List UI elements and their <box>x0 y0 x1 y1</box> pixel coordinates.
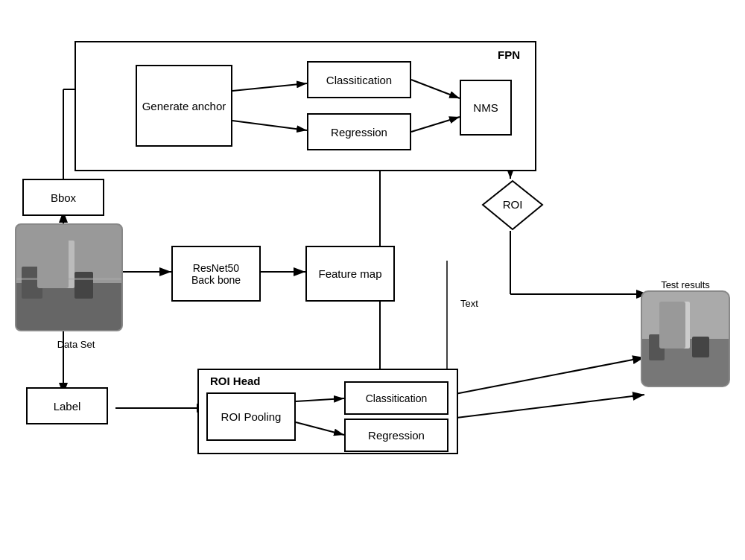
regression-bottom-box: Regression <box>344 419 448 452</box>
svg-line-25 <box>232 83 307 91</box>
feature-map-label: Feature map <box>318 267 381 280</box>
nms-label: NMS <box>473 101 498 114</box>
dataset-label: Data Set <box>31 339 121 350</box>
diagram-container: FPN Generate anchor Classitication Regre… <box>0 0 745 560</box>
roi-diamond-wrapper: ROI <box>479 177 546 236</box>
fpn-label: FPN <box>498 48 520 61</box>
resnet-box: ResNet50 Back bone <box>171 246 261 302</box>
svg-text:ROI: ROI <box>503 198 523 211</box>
roi-diamond-svg: ROI <box>479 177 546 233</box>
classification-bottom-box: Classitication <box>344 381 448 415</box>
svg-line-33 <box>296 422 344 435</box>
regression-bottom-label: Regression <box>368 429 425 442</box>
label-box: Label <box>26 387 108 424</box>
svg-line-32 <box>296 398 344 401</box>
test-results-label: Test results <box>637 279 734 290</box>
roi-head-container: ROI Head ROI Pooling Classitication Regr… <box>197 369 458 454</box>
resnet-label: ResNet50 Back bone <box>191 262 241 286</box>
label-box-label: Label <box>54 400 81 413</box>
roi-pooling-label: ROI Pooling <box>221 410 282 423</box>
regression-top-label: Regression <box>331 126 387 139</box>
test-result-scene <box>642 292 729 386</box>
classification-top-label: Classitication <box>326 74 392 86</box>
regression-top-box: Regression <box>307 113 411 150</box>
dataset-image <box>15 223 123 331</box>
svg-line-26 <box>232 121 307 130</box>
street-scene-graphic <box>16 225 121 330</box>
generate-anchor-label: Generate anchor <box>142 100 226 112</box>
test-result-image <box>641 290 730 387</box>
feature-map-box: Feature map <box>305 246 395 302</box>
classification-top-box: Classitication <box>307 61 411 98</box>
bbox-label: Bbox <box>51 191 76 204</box>
generate-anchor-box: Generate anchor <box>136 65 232 147</box>
roi-head-label: ROI Head <box>210 375 261 387</box>
bbox-box: Bbox <box>22 179 104 216</box>
svg-line-21 <box>432 357 644 398</box>
classification-bottom-label: Classitication <box>366 392 427 404</box>
svg-line-22 <box>432 395 644 421</box>
text-label: Text <box>447 298 492 309</box>
fpn-container: FPN Generate anchor Classitication Regre… <box>74 41 536 171</box>
nms-box: NMS <box>460 80 512 136</box>
svg-line-28 <box>411 117 460 132</box>
svg-line-27 <box>411 80 460 98</box>
roi-pooling-box: ROI Pooling <box>206 392 296 441</box>
